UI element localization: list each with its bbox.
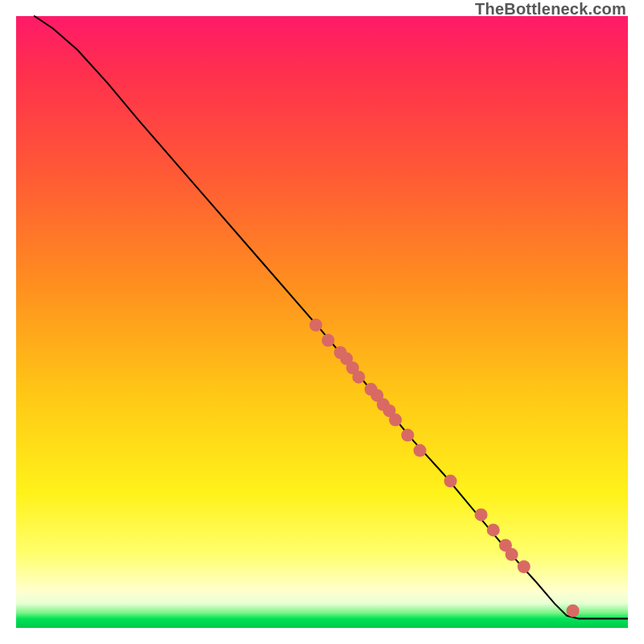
data-point (518, 560, 530, 573)
data-point (414, 444, 427, 457)
data-point (322, 334, 335, 347)
data-point (389, 414, 402, 427)
data-point (401, 429, 414, 442)
scatter-points (309, 319, 579, 617)
data-point (567, 605, 580, 617)
data-point (506, 548, 518, 561)
data-point (475, 508, 488, 521)
data-point (353, 370, 365, 383)
data-point (309, 319, 322, 332)
chart-stage: TheBottleneck.com (0, 0, 644, 644)
data-point (487, 523, 500, 536)
plot-area (16, 16, 628, 628)
chart-svg (16, 16, 628, 628)
data-point (444, 475, 457, 488)
